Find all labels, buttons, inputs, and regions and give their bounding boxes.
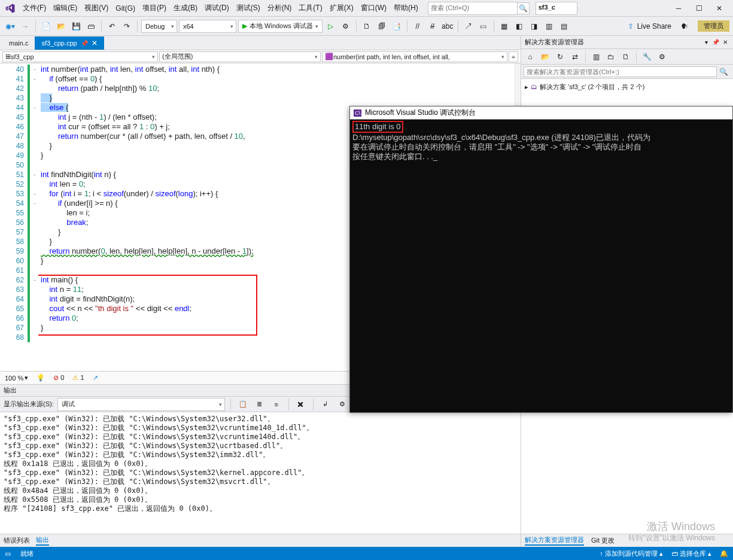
nav-fwd-icon[interactable]: → (19, 20, 32, 33)
tb-icon-b[interactable]: ▭ (477, 20, 490, 33)
nav-back-icon[interactable]: ◉▾ (4, 20, 17, 33)
tab-sf3-cpp[interactable]: sf3_cpp.cpp📌✕ (35, 36, 104, 50)
undo-icon[interactable]: ↶ (105, 20, 118, 33)
panel-close-icon[interactable]: ✕ (721, 38, 729, 47)
menu-extensions[interactable]: 扩展(X) (326, 1, 357, 16)
tb-icon-e[interactable]: ◨ (528, 20, 541, 33)
window-controls: ─ ☐ ✕ (668, 1, 729, 16)
menu-git[interactable]: Git(G) (112, 2, 139, 15)
output-src-dropdown[interactable]: 调试 (57, 398, 225, 411)
se-icon-3[interactable]: ↻ (553, 50, 567, 63)
se-icon-7[interactable]: 🗋 (619, 50, 632, 63)
console-titlebar[interactable]: C\ Microsoft Visual Studio 调试控制台 (350, 106, 732, 120)
se-icon-4[interactable]: ⇄ (568, 50, 582, 63)
zoom-level[interactable]: 100 % ▾ (5, 374, 28, 382)
expand-icon[interactable]: ▸ (525, 83, 528, 91)
close-button[interactable]: ✕ (709, 1, 729, 16)
attach-icon[interactable]: ⚙ (339, 20, 352, 33)
lightbulb-icon[interactable]: 💡 (37, 374, 45, 382)
out-icon-2[interactable]: ≣ (253, 398, 266, 411)
home-icon[interactable]: ⌂ (524, 50, 537, 63)
tab-main-c[interactable]: main.c (2, 36, 35, 50)
search-icon[interactable]: 🔍 (518, 2, 530, 14)
tb-icon-a[interactable]: 🡕 (462, 20, 475, 33)
tb-icon-d[interactable]: ◧ (513, 20, 526, 33)
tab-git[interactable]: Git 更改 (591, 536, 615, 545)
menu-analyze[interactable]: 分析(N) (264, 1, 296, 16)
tb-icon-2[interactable]: 🗐 (375, 20, 388, 33)
redo-icon[interactable]: ↷ (120, 20, 133, 33)
out-icon-1[interactable]: 📋 (236, 398, 250, 411)
menu-edit[interactable]: 编辑(E) (50, 1, 81, 16)
se-icon-6[interactable]: 🗀 (604, 50, 618, 63)
menu-window[interactable]: 窗口(W) (357, 1, 390, 16)
solution-title: 解决方案资源管理器 (525, 38, 584, 47)
uncomment-icon[interactable]: // (426, 20, 439, 33)
output-body[interactable]: "sf3_cpp.exe" (Win32): 已加载 "C:\Windows\S… (0, 412, 521, 534)
scope-dropdown[interactable]: ⊞ sf3_cpp (2, 51, 158, 62)
messages-icon[interactable]: ↗ (93, 374, 98, 382)
tb-icon-3[interactable]: 📑 (390, 20, 403, 33)
menu-build[interactable]: 生成(B) (170, 1, 201, 16)
se-icon-8[interactable]: 🔧 (640, 50, 653, 63)
select-repo[interactable]: 🗃 选择仓库 ▴ (671, 549, 711, 558)
menu-project[interactable]: 项目(P) (139, 1, 170, 16)
code-nav-bar: ⊞ sf3_cpp (全局范围) 🟪 number(int path, int … (0, 50, 521, 63)
start-without-debug-icon[interactable]: ▷ (324, 20, 337, 33)
save-icon[interactable]: 💾 (69, 20, 83, 33)
open-icon[interactable]: 📂 (54, 20, 68, 33)
save-all-icon[interactable]: 🗃 (84, 20, 98, 33)
menu-view[interactable]: 视图(V) (81, 1, 112, 16)
errors-count[interactable]: ⊘ 0 (53, 374, 64, 382)
tab-error-list[interactable]: 错误列表 (4, 536, 30, 545)
config-dropdown[interactable]: Debug (141, 20, 177, 33)
menu-tools[interactable]: 工具(T) (295, 1, 326, 16)
start-debug-button[interactable]: ▶本地 Windows 调试器▾ (238, 20, 323, 33)
member-dropdown[interactable]: 🟪 number(int path, int len, int offset, … (322, 51, 507, 62)
minimize-button[interactable]: ─ (668, 1, 689, 16)
search-placeholder: 搜索 (Ctrl+Q) (431, 4, 469, 13)
panel-pin-icon[interactable]: 📌 (711, 38, 720, 47)
console-icon: C\ (354, 109, 361, 117)
warnings-count[interactable]: ⚠ 1 (72, 374, 84, 382)
scope2-dropdown[interactable]: (全局范围) (159, 51, 321, 62)
quick-search-input[interactable]: 搜索 (Ctrl+Q) (428, 2, 518, 15)
platform-dropdown[interactable]: x64 (179, 20, 236, 33)
solution-search-input[interactable] (524, 66, 717, 77)
se-icon-9[interactable]: ⚙ (655, 50, 668, 63)
pin-icon[interactable]: 📌 (81, 40, 88, 47)
out-icon-3[interactable]: ≡ (270, 398, 283, 411)
tab-output[interactable]: 输出 (36, 535, 49, 546)
debug-console-window[interactable]: C\ Microsoft Visual Studio 调试控制台 11th di… (349, 106, 733, 413)
tb-icon-c[interactable]: ▦ (498, 20, 511, 33)
se-icon-5[interactable]: ▥ (589, 50, 603, 63)
search-go-icon[interactable]: 🔍 (717, 68, 731, 76)
nav-split-icon[interactable]: ÷ (509, 51, 518, 62)
clear-output-icon[interactable]: 🗙 (294, 398, 308, 411)
tab-solution[interactable]: 解决方案资源管理器 (525, 535, 584, 546)
run-label: 本地 Windows 调试器 (250, 22, 313, 31)
solution-root[interactable]: ▸ 🗂 解决方案 'sf3_c' (2 个项目，共 2 个) (525, 81, 729, 92)
se-icon-2[interactable]: 📂 (539, 50, 552, 63)
menu-help[interactable]: 帮助(H) (390, 1, 422, 16)
panel-menu-icon[interactable]: ▾ (702, 38, 710, 47)
menu-debug[interactable]: 调试(D) (201, 1, 233, 16)
tb-icon-1[interactable]: 🗋 (360, 20, 373, 33)
format-icon[interactable]: abc (441, 20, 454, 33)
add-to-source[interactable]: ↑ 添加到源代码管理 ▴ (600, 549, 663, 558)
output-title: 输出 (4, 386, 17, 395)
comment-icon[interactable]: // (411, 20, 424, 33)
live-share-button[interactable]: ⇪Live Share (623, 22, 676, 31)
new-file-icon[interactable]: 📄 (39, 20, 53, 33)
word-wrap-icon[interactable]: ↲ (319, 398, 332, 411)
console-body[interactable]: 11th digit is 0 D:\mysetup\gopath\src\ds… (350, 120, 732, 412)
maximize-button[interactable]: ☐ (689, 1, 709, 16)
feedback-icon[interactable]: 🗣 (678, 20, 691, 33)
close-icon[interactable]: ✕ (92, 39, 98, 47)
tb-icon-g[interactable]: ▤ (558, 20, 571, 33)
out-settings-icon[interactable]: ⚙ (336, 398, 349, 411)
menu-test[interactable]: 测试(S) (233, 1, 264, 16)
notif-icon[interactable]: 🔔 (720, 550, 728, 558)
tb-icon-f[interactable]: ▥ (543, 20, 556, 33)
menu-file[interactable]: 文件(F) (19, 1, 50, 16)
